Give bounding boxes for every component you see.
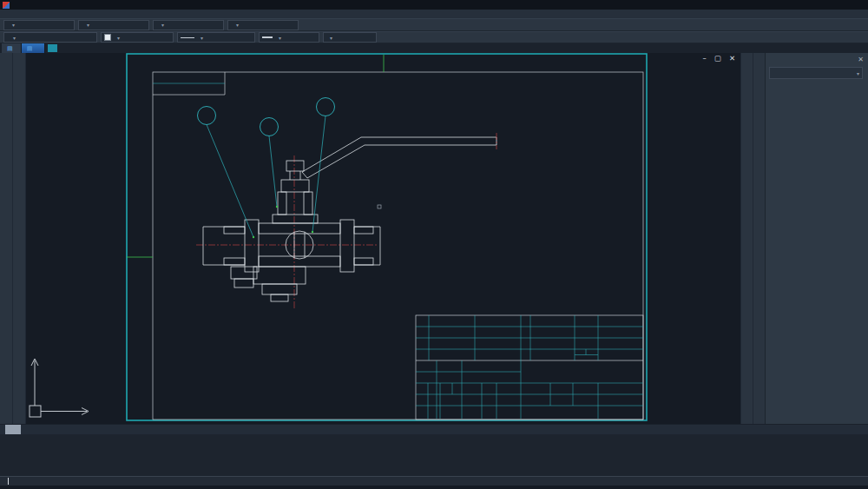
doc-restore-button[interactable]: ▢ [714,55,721,63]
layer-combo[interactable]: ▾ [3,32,97,43]
caret-down-icon: ▾ [857,70,859,76]
lineweight-sample [262,36,273,38]
table-style-combo[interactable]: ▾ [153,20,224,30]
modify-toolbar [13,53,26,424]
tab-model[interactable] [5,425,21,434]
mleader-style-combo[interactable]: ▾ [227,20,299,30]
standard-toolbar: ▾ ▾ ▾ ▾ [0,18,868,31]
tab-layout2[interactable] [36,425,52,434]
zwcad-window: ▾ ▾ ▾ ▾ ▾ ▾ [0,0,868,489]
lineweight-combo[interactable]: ▾ [259,32,319,43]
ucs-icon [30,359,89,417]
zwcad-logo-icon [3,2,10,9]
caret-down-icon: ▾ [330,35,332,41]
mechanical-toolbar [753,53,765,424]
caret-down-icon: ▾ [87,22,89,28]
properties-palette: ✕ ▾ [765,53,868,424]
doc-tab-active[interactable]: ▤ [22,43,46,53]
color-combo[interactable]: ▾ [101,32,174,43]
caret-down-icon: ▾ [236,22,239,28]
title-block[interactable] [416,315,643,420]
text-style-combo[interactable]: ▾ [3,20,75,30]
balloon-1[interactable] [198,107,255,239]
drawing-view [26,53,740,424]
dwg-file-icon: ▤ [7,45,13,52]
dim-style-combo[interactable]: ▾ [78,20,149,30]
doc-tab-drawing1[interactable]: ▤ [2,43,22,53]
color-swatch [104,34,111,41]
layer-toolbar: ▾ ▾ ▾ ▾ ▾ [0,31,868,43]
dimension-toolbar [740,53,753,424]
caret-down-icon: ▾ [117,35,120,41]
linetype-combo[interactable]: ▾ [177,32,255,43]
balloon-2[interactable] [260,118,279,208]
tab-layout1[interactable] [21,425,36,434]
caret-down-icon: ▾ [12,22,15,28]
caret-down-icon: ▾ [13,35,16,41]
command-history[interactable] [0,434,868,476]
dwg-file-icon: ▤ [27,45,33,52]
child-window-controls: – ▢ ✕ [703,55,735,63]
caret-down-icon: ▾ [279,35,281,41]
doc-minimize-button[interactable]: – [703,55,707,63]
doc-close-button[interactable]: ✕ [729,55,735,63]
draw-toolbar [0,53,13,424]
statusbar [0,486,868,489]
plot-style-combo[interactable]: ▾ [323,32,377,43]
sheet-frame [127,54,647,420]
new-tab-button[interactable] [48,44,57,52]
drawing-canvas[interactable]: – ▢ ✕ [26,53,740,424]
linetype-sample [181,37,194,38]
document-tab-bar: ▤ ▤ [0,43,868,53]
menubar [0,10,868,18]
command-prompt[interactable] [0,476,868,486]
palette-close-icon[interactable]: ✕ [858,56,864,63]
titlebar [0,0,868,10]
caret-down-icon: ▾ [161,22,164,28]
text-cursor [8,478,9,485]
balloon-3[interactable] [312,98,335,234]
caret-down-icon: ▾ [201,35,203,41]
selection-filter-combo[interactable]: ▾ [769,67,863,79]
layout-tab-bar [0,424,868,434]
valve-drawing[interactable] [196,133,496,310]
